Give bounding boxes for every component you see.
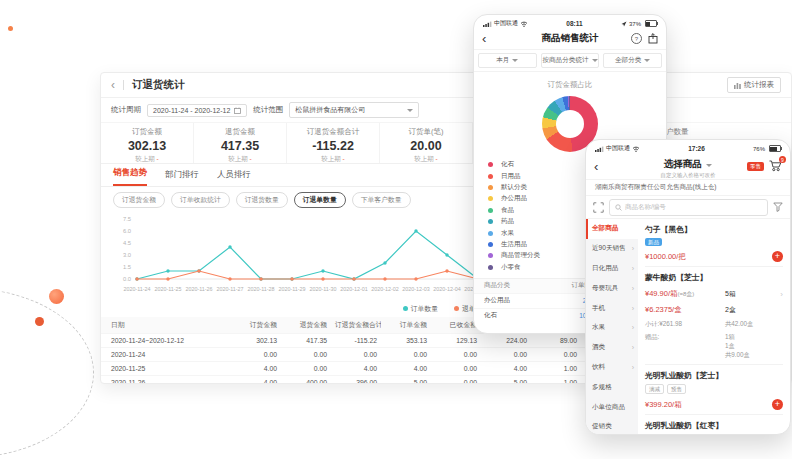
cell: 0.00 <box>531 348 581 362</box>
cell: 0.00 <box>381 348 431 362</box>
filter-category[interactable]: 全部分类 <box>603 53 662 68</box>
subtotal-qty: 共42.00盒 <box>725 320 783 329</box>
metric-pill-1[interactable]: 订单收款统计 <box>171 192 230 208</box>
product-item[interactable]: 勺子【黑色】新品¥1000.00/把+ <box>645 219 783 267</box>
filter-icon[interactable] <box>773 202 783 212</box>
signal-icon <box>595 146 604 152</box>
sidebar-item-8[interactable]: 多规格 <box>586 377 638 397</box>
wifi-icon <box>520 21 528 27</box>
filter-period[interactable]: 本月 <box>478 53 537 68</box>
date-range-value: 2020-11-24 - 2020-12-12 <box>153 107 230 114</box>
report-button[interactable]: 统计报表 <box>727 77 781 93</box>
category-sidebar: 全部商品近90天销售›日化用品›母婴玩具›手机›水果›酒类›饮料›多规格小单位商… <box>586 219 638 435</box>
phone2-select-products: 中国联通 17:26 76% ‹ 选择商品 自定义输入价格可改价 零售 9 <box>585 139 791 435</box>
legend-dot-icon <box>488 219 493 224</box>
search-input[interactable]: 商品名称/编号 <box>609 199 768 216</box>
decor-dot-large <box>49 289 64 304</box>
cart-button[interactable]: 9 <box>769 160 782 172</box>
stat-compare: 较上期 - <box>101 155 193 164</box>
location-icon <box>621 21 627 27</box>
scan-icon[interactable] <box>593 202 604 213</box>
cell: 0.00 <box>331 348 381 362</box>
product-tag: 买赠 <box>689 434 706 435</box>
phone1-statusbar: 中国联通 08:11 37% <box>474 15 666 28</box>
product-tag: 满减 <box>645 384 664 394</box>
period-label: 统计周期 <box>111 105 141 115</box>
cell: 417.35 <box>281 334 331 348</box>
product-item[interactable]: 光明乳业酸奶【红枣】满减预售买赠 <box>645 415 783 435</box>
carrier-label: 中国联通 <box>494 19 518 28</box>
sidebar-item-label: 母婴玩具 <box>592 284 618 293</box>
divider <box>123 80 124 90</box>
page-title: 订退货统计 <box>132 78 185 92</box>
tab-2[interactable]: 人员排行 <box>217 169 251 186</box>
metric-pill-2[interactable]: 订退货数量 <box>236 192 288 208</box>
sidebar-item-0[interactable]: 全部商品 <box>586 219 638 239</box>
product-item[interactable]: 蒙牛酸奶【芝士】¥49.90/箱(=8盒)5箱›¥6.2375/盒2盒小计:¥2… <box>645 267 783 365</box>
product-item[interactable]: 光明乳业酸奶【芝士】满减预售¥399.20/箱+ <box>645 365 783 415</box>
add-button[interactable]: + <box>772 251 783 262</box>
help-icon[interactable]: ? <box>631 33 642 44</box>
filter-dimension[interactable]: 按商品分类统计 <box>541 53 600 68</box>
legend-label: 商品管理分类 <box>501 251 540 260</box>
svg-text:0.0: 0.0 <box>123 276 131 282</box>
product-price-row: ¥399.20/箱+ <box>645 399 783 410</box>
scope-select[interactable]: 松鼠拼拼食品有限公司 <box>289 102 419 118</box>
cell: 0.00 <box>281 348 331 362</box>
search-icon <box>615 204 622 211</box>
legend-dot-icon <box>488 208 493 213</box>
stat-delta: - <box>155 155 159 162</box>
share-icon[interactable] <box>648 33 658 44</box>
table-col-4: 订单金额 <box>381 317 431 334</box>
cell: 2020-11-24 <box>101 348 231 362</box>
cell: 0.00 <box>281 362 331 376</box>
cell: 224.00 <box>481 334 531 348</box>
sidebar-item-label: 手机 <box>592 304 605 313</box>
sku-row[interactable]: ¥49.90/箱(=8盒)5箱› <box>645 289 783 299</box>
cell: 4.00 <box>481 362 531 376</box>
svg-text:6.0: 6.0 <box>123 228 131 234</box>
sidebar-item-label: 全部商品 <box>592 224 618 233</box>
sidebar-item-2[interactable]: 日化用品› <box>586 259 638 279</box>
svg-text:2020-12-02: 2020-12-02 <box>371 286 399 292</box>
svg-text:2020-11-30: 2020-11-30 <box>309 286 336 292</box>
svg-text:2020-12-01: 2020-12-01 <box>340 286 368 292</box>
date-range-input[interactable]: 2020-11-24 - 2020-12-12 <box>147 104 247 117</box>
tab-0[interactable]: 销售趋势 <box>113 167 147 186</box>
chevron-right-icon: › <box>632 265 634 272</box>
chevron-down-icon <box>407 109 413 112</box>
sidebar-item-1[interactable]: 近90天销售› <box>586 239 638 259</box>
sidebar-item-7[interactable]: 饮料› <box>586 358 638 378</box>
cell: 302.13 <box>231 334 281 348</box>
svg-text:2020-12-03: 2020-12-03 <box>402 286 430 292</box>
back-icon[interactable]: ‹ <box>111 79 115 91</box>
cell: 4.00 <box>231 362 281 376</box>
sidebar-item-3[interactable]: 母婴玩具› <box>586 278 638 298</box>
legend-label: 办公用品 <box>501 194 527 203</box>
stat-label: 订货单(笔) <box>380 127 472 137</box>
legend-dot-icon <box>488 231 493 236</box>
cell: 2020-11-25 <box>101 362 231 376</box>
sidebar-item-4[interactable]: 手机› <box>586 298 638 318</box>
metric-pill-3[interactable]: 订退单数量 <box>294 192 346 208</box>
sidebar-item-9[interactable]: 小单位商品 <box>586 397 638 417</box>
category-name: 办公用品 <box>484 296 556 305</box>
product-name: 勺子【黑色】 <box>645 224 783 235</box>
metric-pill-0[interactable]: 订退货金额 <box>113 192 165 208</box>
metric-pill-4[interactable]: 下单客户数量 <box>352 192 411 208</box>
add-button[interactable]: + <box>772 399 783 410</box>
sidebar-item-10[interactable]: 促销类 <box>586 417 638 435</box>
tab-1[interactable]: 部门排行 <box>165 169 199 186</box>
chevron-right-icon: › <box>632 285 634 292</box>
sidebar-item-label: 日化用品 <box>592 264 618 273</box>
product-name: 蒙牛酸奶【芝士】 <box>645 272 783 283</box>
sku-price: ¥6.2375/盒 <box>645 305 725 315</box>
product-tag: 预售 <box>667 434 686 435</box>
sidebar-item-5[interactable]: 水果› <box>586 318 638 338</box>
sidebar-item-6[interactable]: 酒类› <box>586 338 638 358</box>
legend-dot-icon <box>454 306 459 311</box>
battery-icon <box>769 145 781 152</box>
cell: 4.00 <box>381 362 431 376</box>
decor-dot-small <box>35 317 44 326</box>
desktop-header: ‹ 订退货统计 统计报表 <box>101 73 791 98</box>
